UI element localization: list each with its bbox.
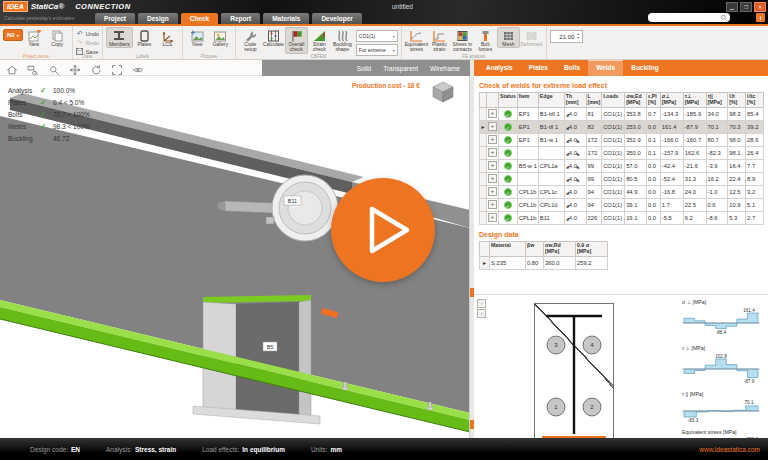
weld-col-header: Loads bbox=[602, 93, 625, 108]
view-mode-transparent[interactable]: Transparent bbox=[383, 65, 418, 72]
copy-project-item-button[interactable]: Copy bbox=[46, 27, 69, 48]
collapse-detail-button[interactable]: › bbox=[477, 309, 486, 318]
calculate-button[interactable]: Calculate bbox=[262, 27, 285, 48]
weld-col-header: τ⊥[MPa] bbox=[683, 93, 706, 108]
code-setup-button[interactable]: Code setup bbox=[239, 27, 262, 54]
double-fillet-weld-icon: ◣ bbox=[577, 164, 580, 169]
row-selector[interactable]: ▸ bbox=[480, 120, 487, 133]
results-tab-plates[interactable]: Plates bbox=[521, 60, 556, 76]
buckling-shape-button[interactable]: Buckling shape bbox=[331, 27, 354, 54]
expand-row-button[interactable]: + bbox=[488, 200, 497, 209]
info-button[interactable]: i bbox=[756, 13, 765, 22]
design-col-header: Material bbox=[490, 241, 526, 256]
row-selector[interactable] bbox=[480, 133, 487, 146]
expand-row-button[interactable]: + bbox=[488, 213, 497, 222]
view-mode-solid[interactable]: Solid bbox=[357, 65, 371, 72]
weld-col-header bbox=[480, 93, 487, 108]
weld-col-header: Th[mm] bbox=[564, 93, 586, 108]
summary-row-analysis: Analysis✓100.0% bbox=[8, 84, 90, 96]
design-data-table: Materialβwσw,Rd[MPa]0.9 σ[MPa]▸S 2350.80… bbox=[479, 241, 608, 270]
ribbon-tab-check[interactable]: Check bbox=[181, 13, 219, 24]
ribbon-tab-materials[interactable]: Materials bbox=[263, 13, 309, 24]
row-selector[interactable] bbox=[480, 107, 487, 120]
row-selector[interactable] bbox=[480, 185, 487, 198]
row-selector[interactable] bbox=[480, 159, 487, 172]
view-mode-wireframe[interactable]: Wireframe bbox=[430, 65, 460, 72]
new-project-item-button[interactable]: New bbox=[23, 27, 46, 48]
lcs-button[interactable]: LCS bbox=[156, 27, 179, 48]
close-button[interactable]: ✕ bbox=[754, 2, 766, 12]
weld-col-header: σ⊥[MPa] bbox=[660, 93, 683, 108]
ribbon-tab-report[interactable]: Report bbox=[221, 13, 260, 24]
strain-check-button[interactable]: Strain check bbox=[308, 27, 331, 54]
bolt-forces-button[interactable]: Bolt forces bbox=[474, 27, 497, 54]
equivalent-stress-button[interactable]: Equivalent stress bbox=[405, 27, 428, 54]
results-panel: AnalysisPlatesBoltsWeldsBuckling Check o… bbox=[474, 60, 768, 438]
expand-row-button[interactable]: + bbox=[488, 122, 497, 131]
zoom-icon bbox=[48, 64, 60, 76]
weld-row[interactable]: +✓EP1B1-bfl 1◢4.081CO1(1)353.80.7-134.3-… bbox=[480, 107, 764, 120]
overall-check-button[interactable]: Overall check bbox=[285, 27, 308, 54]
viewport-3d[interactable]: Analysis✓100.0%Plates✓0.4 < 5.0%Bolts✓70… bbox=[0, 76, 470, 438]
results-tab-bolts[interactable]: Bolts bbox=[556, 60, 588, 76]
website-link[interactable]: www.ideastatica.com bbox=[699, 438, 760, 460]
expand-row-button[interactable]: + bbox=[488, 109, 497, 118]
minimize-button[interactable]: ▁ bbox=[726, 2, 738, 12]
weld-row[interactable]: +✓CPL1bCPL1d◢4.094CO1(1)39.10.01.722.50.… bbox=[480, 198, 764, 211]
members-labels-button[interactable]: Members bbox=[106, 27, 133, 48]
new-picture-button[interactable]: New bbox=[186, 27, 209, 48]
bolt-label: B11 bbox=[288, 198, 297, 204]
status-item: Load effects:In equilibrium bbox=[202, 446, 285, 453]
results-tab-welds[interactable]: Welds bbox=[588, 60, 623, 76]
ribbon-tab-project[interactable]: Project bbox=[95, 13, 135, 24]
ribbon-tab-design[interactable]: Design bbox=[138, 13, 178, 24]
load-combination-select[interactable]: CO1(1)▾ bbox=[356, 30, 398, 42]
weld-row[interactable]: +✓CPL1bB11◢4.0226CO1(1)19.10.0-5.56.2-8.… bbox=[480, 211, 764, 224]
weld-col-header: Status bbox=[498, 93, 517, 108]
expand-row-button[interactable]: + bbox=[488, 187, 497, 196]
deformation-scale-stepper[interactable]: 21.00 ▲▼ bbox=[550, 30, 583, 43]
mesh-button[interactable]: Mesh bbox=[497, 27, 520, 48]
view-cube[interactable] bbox=[430, 80, 456, 108]
view-cube-icon bbox=[430, 80, 456, 104]
redo-button[interactable]: ↷Redo bbox=[76, 38, 99, 47]
search-input[interactable] bbox=[648, 13, 730, 22]
diagram-equivalent-stress: Equivalent stress [MPa]253.014.3 bbox=[680, 429, 766, 438]
dropdown-caret-icon: ▾ bbox=[393, 48, 395, 53]
expand-row-button[interactable]: + bbox=[488, 148, 497, 157]
stress-in-contacts-button[interactable]: Stress in contacts bbox=[451, 27, 474, 54]
gallery-button[interactable]: Gallery bbox=[209, 27, 232, 48]
weld-row[interactable]: ▸+✓EP1B1-tfl 1◢4.082CO1(1)253.00.0161.4-… bbox=[480, 120, 764, 133]
results-tab-buckling[interactable]: Buckling bbox=[623, 60, 666, 76]
weld-row[interactable]: +✓◢4.0◣172CO1(1)350.00.1-157.9162.6-82.3… bbox=[480, 146, 764, 159]
status-item: Analysis:Stress, strain bbox=[106, 446, 176, 453]
results-tab-analysis[interactable]: Analysis bbox=[478, 60, 521, 76]
expand-row-button[interactable]: + bbox=[488, 174, 497, 183]
expand-row-button[interactable]: + bbox=[488, 135, 497, 144]
weld-row[interactable]: +✓CPL1bCPL1c◢4.094CO1(1)44.90.0-16.824.0… bbox=[480, 185, 764, 198]
weld-row[interactable]: +✓◢4.0◣99CO1(1)80.50.0-52.431.316.222.48… bbox=[480, 172, 764, 185]
row-selector[interactable] bbox=[480, 198, 487, 211]
plates-labels-button[interactable]: Plates bbox=[133, 27, 156, 48]
play-video-button[interactable] bbox=[331, 178, 435, 282]
expand-row-button[interactable]: + bbox=[488, 161, 497, 170]
weld-row[interactable]: +✓B5-w 1CPL1a◢4.0◣99CO1(1)57.00.0-42.4-2… bbox=[480, 159, 764, 172]
deformed-button[interactable]: Deformed bbox=[520, 27, 543, 48]
check-ok-icon: ✓ bbox=[40, 86, 53, 95]
design-row[interactable]: ▸S 2350.80360.0259.2 bbox=[480, 256, 608, 269]
home-icon bbox=[6, 64, 18, 76]
row-selector[interactable] bbox=[480, 172, 487, 185]
row-selector[interactable] bbox=[480, 146, 487, 159]
info-icon: i bbox=[760, 15, 762, 21]
plastic-strain-button[interactable]: Plastic strain bbox=[428, 27, 451, 54]
project-item-n2-button[interactable]: N2 ▾ bbox=[3, 29, 23, 41]
status-ok-icon: ✓ bbox=[504, 123, 512, 131]
svg-text:70.1: 70.1 bbox=[745, 400, 754, 405]
undo-button[interactable]: ↶Undo bbox=[76, 29, 99, 38]
restore-button[interactable]: ❐ bbox=[740, 2, 752, 12]
pan-icon bbox=[69, 64, 81, 76]
weld-row[interactable]: +✓EP1B1-w 1◢4.0◣172CO1(1)352.90.1-166.0-… bbox=[480, 133, 764, 146]
expand-detail-button[interactable]: ‹ bbox=[477, 299, 486, 308]
row-selector[interactable] bbox=[480, 211, 487, 224]
ribbon-tab-developer[interactable]: Developer bbox=[312, 13, 361, 24]
